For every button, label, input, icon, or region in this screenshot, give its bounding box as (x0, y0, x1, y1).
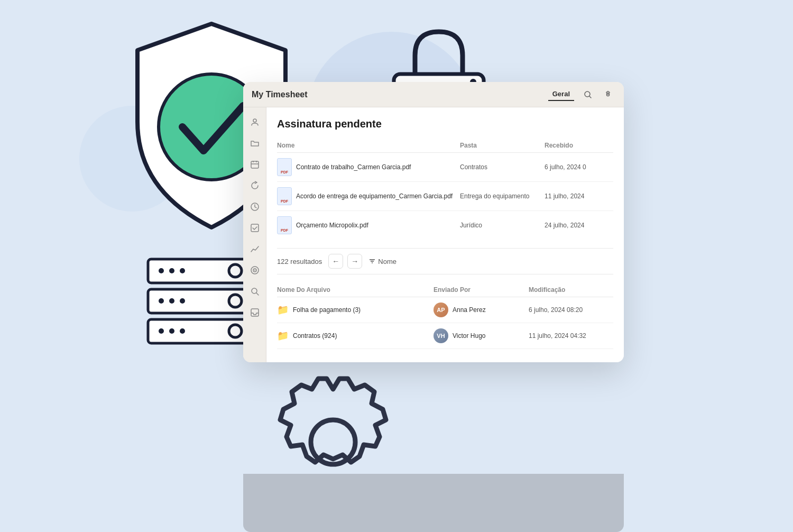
folder-cell-1: 📁 Folha de pagamento (3) (277, 304, 434, 316)
sidebar (243, 107, 266, 362)
pdf-icon-2: PDF (277, 187, 292, 205)
avatar-anna: AP (434, 302, 448, 317)
file-cell-2: PDF Acordo de entrega de equipamento_Car… (277, 187, 460, 205)
header-pasta: Pasta (460, 142, 545, 149)
main-content: Assinatura pendente Nome Pasta Recebido … (266, 107, 624, 362)
svg-point-31 (254, 270, 255, 271)
laptop-base (243, 474, 624, 532)
tab-geral[interactable]: Geral (548, 88, 574, 101)
pagination: 122 resultados ← → Nome (277, 248, 613, 274)
sidebar-inbox-icon[interactable] (246, 304, 263, 321)
files-header-enviado: Enviado por (434, 286, 529, 293)
avatar-victor: VH (434, 328, 448, 343)
server-illustration (143, 254, 259, 349)
sidebar-search-icon[interactable] (246, 283, 263, 300)
folder-2: Entrega do equipamento (460, 192, 545, 200)
sender-cell-2: VH Victor Hugo (434, 328, 529, 343)
sender-name-2: Victor Hugo (453, 332, 485, 340)
folder-cell-2: 📁 Contratos (924) (277, 330, 434, 342)
sidebar-clock-icon[interactable] (246, 198, 263, 215)
header-recebido: Recebido (545, 142, 613, 149)
date-3: 24 julho, 2024 (545, 222, 613, 229)
file-name-3: Orçamento Micropolix.pdf (296, 222, 368, 229)
prev-page-button[interactable]: ← (328, 254, 343, 269)
svg-point-7 (180, 268, 185, 273)
pdf-icon-3: PDF (277, 216, 292, 234)
pending-table-header: Nome Pasta Recebido (277, 139, 613, 153)
app-title: My Timesheet (252, 90, 542, 99)
app-window: My Timesheet Geral (243, 82, 624, 362)
svg-rect-13 (148, 319, 254, 343)
sidebar-chart-icon[interactable] (246, 241, 263, 258)
date-2: 11 julho, 2024 (545, 192, 613, 200)
files-table: Nome do arquivo Enviado por Modificação … (277, 283, 613, 349)
pending-table: Nome Pasta Recebido PDF Contrato de trab… (277, 139, 613, 240)
sidebar-users-icon[interactable] (246, 114, 263, 131)
svg-rect-34 (251, 309, 259, 316)
date-1: 6 julho, 2024 0 (545, 163, 613, 171)
folder-icon-1: 📁 (277, 304, 289, 316)
svg-line-20 (589, 96, 591, 98)
pdf-icon-1: PDF (277, 158, 292, 176)
sort-button[interactable]: Nome (368, 258, 396, 265)
file-name-2: Acordo de entrega de equipamento_Carmen … (296, 192, 453, 200)
svg-point-10 (159, 298, 164, 304)
result-count: 122 resultados (277, 258, 322, 265)
svg-point-22 (253, 119, 256, 122)
svg-line-33 (256, 293, 259, 295)
files-header-modificacao: Modificação (529, 286, 613, 293)
table-row[interactable]: PDF Acordo de entrega de equipamento_Car… (277, 182, 613, 211)
sidebar-folder-icon[interactable] (246, 135, 263, 152)
file-cell-3: PDF Orçamento Micropolix.pdf (277, 216, 460, 234)
folder-icon-2: 📁 (277, 330, 289, 342)
next-page-button[interactable]: → (347, 254, 362, 269)
file-name-1: Contrato de trabalho_Carmen Garcia.pdf (296, 163, 411, 171)
table-row[interactable]: PDF Orçamento Micropolix.pdf Jurídico 24… (277, 211, 613, 240)
folder-name-2: Contratos (924) (293, 332, 337, 340)
sidebar-calendar-icon[interactable] (246, 156, 263, 173)
svg-point-12 (180, 298, 185, 304)
sender-name-1: Anna Perez (453, 306, 486, 314)
svg-point-17 (180, 328, 185, 334)
files-table-header: Nome do arquivo Enviado por Modificação (277, 283, 613, 297)
sort-label: Nome (378, 258, 396, 265)
svg-rect-3 (148, 259, 254, 283)
svg-point-16 (169, 328, 174, 334)
header-nome: Nome (277, 142, 460, 149)
sidebar-target-icon[interactable] (246, 262, 263, 279)
search-button[interactable] (580, 87, 595, 102)
folder-name-1: Folha de pagamento (3) (293, 306, 361, 314)
app-topbar: My Timesheet Geral (243, 82, 624, 107)
svg-point-11 (169, 298, 174, 304)
files-row-2[interactable]: 📁 Contratos (924) VH Victor Hugo 11 julh… (277, 323, 613, 349)
table-row[interactable]: PDF Contrato de trabalho_Carmen Garcia.p… (277, 153, 613, 182)
svg-rect-8 (148, 289, 254, 313)
section-title: Assinatura pendente (277, 118, 613, 130)
files-row-1[interactable]: 📁 Folha de pagamento (3) AP Anna Perez 6… (277, 297, 613, 323)
files-header-nome: Nome do arquivo (277, 286, 434, 293)
svg-rect-23 (251, 161, 259, 168)
sidebar-refresh-icon[interactable] (246, 177, 263, 194)
settings-button[interactable] (601, 87, 615, 102)
topbar-icons (580, 87, 615, 102)
mod-date-1: 6 julho, 2024 08:20 (529, 306, 613, 314)
folder-1: Contratos (460, 163, 545, 171)
svg-point-6 (169, 268, 174, 273)
sidebar-check-icon[interactable] (246, 219, 263, 236)
svg-rect-28 (251, 224, 259, 232)
mod-date-2: 11 julho, 2024 04:32 (529, 332, 613, 340)
svg-point-15 (159, 328, 164, 334)
sender-cell-1: AP Anna Perez (434, 302, 529, 317)
svg-point-5 (159, 268, 164, 273)
folder-3: Jurídico (460, 222, 545, 229)
file-cell-1: PDF Contrato de trabalho_Carmen Garcia.p… (277, 158, 460, 176)
